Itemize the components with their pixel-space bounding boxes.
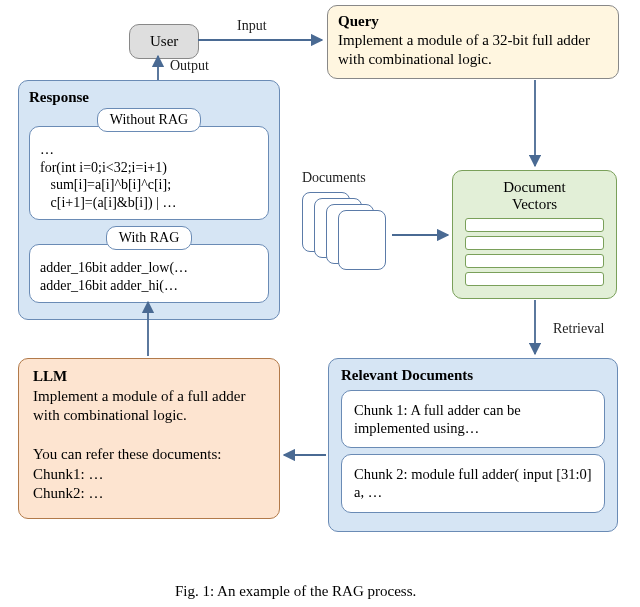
vector-row bbox=[465, 254, 604, 268]
docvec-title: Document Vectors bbox=[465, 179, 604, 214]
chunk-1: Chunk 1: A full adder can be implemented… bbox=[341, 390, 605, 448]
query-body: Implement a module of a 32-bit full adde… bbox=[338, 31, 608, 69]
figure-caption: Fig. 1: An example of the RAG process. bbox=[175, 583, 416, 600]
without-rag-body: … for(int i=0;i<32;i=i+1) sum[i]=a[i]^b[… bbox=[29, 126, 269, 220]
vector-row bbox=[465, 218, 604, 232]
user-label: User bbox=[150, 33, 178, 49]
with-rag-body: adder_16bit adder_low(… adder_16bit adde… bbox=[29, 244, 269, 303]
llm-title: LLM bbox=[33, 367, 265, 387]
query-box: Query Implement a module of a 32-bit ful… bbox=[327, 5, 619, 79]
vector-row bbox=[465, 236, 604, 250]
reldoc-title: Relevant Documents bbox=[341, 367, 605, 384]
query-title: Query bbox=[338, 12, 608, 31]
without-rag-label: Without RAG bbox=[97, 108, 201, 132]
document-icon bbox=[338, 210, 386, 270]
relevant-documents-box: Relevant Documents Chunk 1: A full adder… bbox=[328, 358, 618, 532]
retrieval-label: Retrieval bbox=[553, 321, 604, 337]
input-label: Input bbox=[237, 18, 267, 34]
chunk-2: Chunk 2: module full adder( input [31:0]… bbox=[341, 454, 605, 512]
response-box: Response Without RAG … for(int i=0;i<32;… bbox=[18, 80, 280, 320]
documents-label: Documents bbox=[302, 170, 366, 186]
llm-body: Implement a module of a full adder with … bbox=[33, 387, 265, 504]
with-rag-label: With RAG bbox=[106, 226, 193, 250]
response-title: Response bbox=[29, 89, 269, 106]
llm-box: LLM Implement a module of a full adder w… bbox=[18, 358, 280, 519]
output-label: Output bbox=[170, 58, 209, 74]
document-vectors-box: Document Vectors bbox=[452, 170, 617, 299]
user-box: User bbox=[129, 24, 199, 59]
vector-row bbox=[465, 272, 604, 286]
